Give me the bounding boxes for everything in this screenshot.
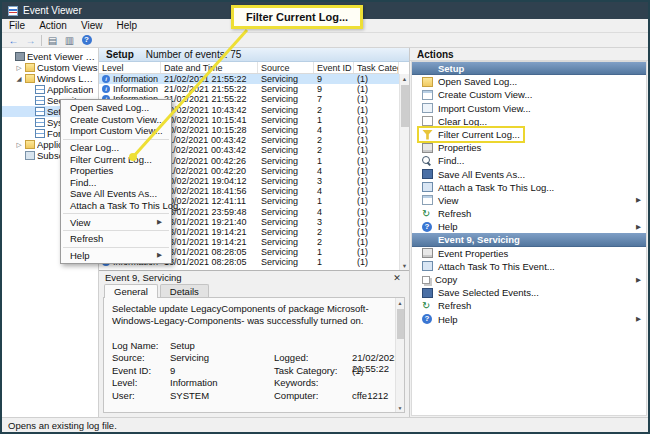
scroll-up-icon[interactable]: ▲ [400,74,409,83]
menu-bar-item[interactable]: View [74,19,110,32]
action-item[interactable]: Attach Task To This Event... ▶ [412,260,646,273]
context-menu-item[interactable]: ▶ [63,230,169,231]
actions-list: Setup ▶ Open Saved Log... ▶ [411,61,647,416]
action-item[interactable]: Refresh ▶ [412,299,646,312]
column-header[interactable]: Level [99,62,161,73]
sep-icon[interactable] [40,34,43,47]
task-icon [422,182,433,192]
datetime-cell: 11/02/2021 00:43:42 [161,145,258,155]
events-scrollbar[interactable]: ▲ ▼ [399,74,409,270]
detail-tab[interactable]: General [104,284,158,298]
callout-label: Filter Current Log... [246,11,348,23]
event-id-cell: 3 [314,217,354,227]
context-menu-item[interactable]: Refresh ▶ [61,233,171,245]
tree-item[interactable]: ▷ Custom Views [2,62,98,73]
context-menu-item[interactable]: ▶ [63,247,169,248]
menu-bar-item[interactable]: Action [32,19,74,32]
action-label: Create Custom View... [438,89,532,100]
field-label: Level: [112,377,170,390]
datetime-cell: 11/02/2021 00:42:26 [161,156,258,166]
datetime-cell: 20/02/2021 10:43:42 [161,105,258,115]
context-menu-item[interactable]: Help ▶ [61,250,171,262]
menu-bar-item[interactable]: File [2,19,32,32]
helpq-icon[interactable] [79,34,94,47]
context-menu-item[interactable]: Filter Current Log... ▶ [61,153,171,165]
action-item[interactable]: Find... ▶ [412,154,646,167]
datetime-cell: 13/01/2021 19:14:21 [161,227,258,237]
action-item[interactable]: Filter Current Log... ▶ [412,128,646,141]
task-category-cell: (1) [354,247,399,257]
action-item[interactable]: Save Selected Events... ▶ [412,286,646,299]
column-header[interactable]: Task Categ... [354,62,399,73]
action-label: Attach Task To This Event... [438,261,555,272]
twisty-icon[interactable]: ▷ [15,141,23,149]
scroll-down-icon[interactable]: ▼ [400,261,409,270]
scrollbar-thumb[interactable] [397,309,404,339]
forward-icon[interactable] [23,34,38,47]
menu-bar-item[interactable]: Help [109,19,144,32]
task-category-cell: (1) [354,257,399,267]
context-menu-item[interactable]: ▶ [63,139,169,140]
context-menu-item[interactable]: Find... ▶ [61,177,171,189]
context-menu-item[interactable]: ▶ [63,213,169,214]
context-menu-item[interactable]: Properties ▶ [61,165,171,177]
context-menu-item[interactable]: Save All Events As... ▶ [61,188,171,200]
datetime-cell: 11/02/2021 00:42:20 [161,166,258,176]
column-header[interactable]: Source [258,62,314,73]
export-icon[interactable] [62,34,77,47]
back-icon[interactable] [6,34,21,47]
detail-tab[interactable]: Details [160,284,209,298]
context-menu-item[interactable]: Import Custom View... ▶ [61,125,171,137]
action-item[interactable]: Event Properties ▶ [412,247,646,260]
column-header[interactable]: Event ID [314,62,354,73]
app-icon [8,6,18,16]
table-row[interactable]: i Information 21/02/2021 21:55:22 Servic… [99,74,399,84]
table-row[interactable]: i Information 21/02/2021 21:55:22 Servic… [99,84,399,94]
view2-icon [422,195,433,205]
console-icon[interactable] [45,34,60,47]
source-cell: Servicing [258,84,314,94]
action-item[interactable]: Help ▶ [412,220,646,233]
column-header[interactable]: Date and Time [161,62,258,73]
props-icon [422,143,433,153]
context-menu-item[interactable]: Open Saved Log... ▶ [61,102,171,114]
context-menu-item[interactable]: Create Custom View... ▶ [61,114,171,126]
twisty-icon[interactable]: ▷ [15,64,23,72]
twisty-icon[interactable]: ◢ [15,75,23,83]
event-id-cell: 4 [314,166,354,176]
tree-item-label: Custom Views [37,62,98,73]
action-item[interactable]: Attach a Task To This Log... ▶ [412,181,646,194]
detail-scrollbar[interactable]: ▲ ▼ [395,298,404,412]
tree-item[interactable]: Event Viewer (Local) [2,51,98,62]
action-item[interactable]: Import Custom View... ▶ [412,102,646,115]
datetime-cell: 13/01/2021 08:28:05 [161,247,258,257]
context-menu-item[interactable]: View ▶ [61,216,171,228]
action-item[interactable]: Help ▶ [412,313,646,326]
action-item[interactable]: Create Custom View... ▶ [412,88,646,101]
toolbar [2,33,648,48]
context-menu-item[interactable]: Attach a Task To This Log... ▶ [61,200,171,212]
event-id-cell: 2 [314,237,354,247]
tree-item[interactable]: Application [2,84,98,95]
action-item[interactable]: Clear Log... ▶ [412,115,646,128]
action-item[interactable]: Refresh ▶ [412,207,646,220]
action-item[interactable]: Open Saved Log... ▶ [412,75,646,88]
action-item[interactable]: View ▶ [412,194,646,207]
menu-item-label: Open Saved Log... [70,102,149,113]
action-item[interactable]: Properties ▶ [412,141,646,154]
tree-item[interactable]: ◢ Windows Logs [2,73,98,84]
close-icon[interactable]: ✕ [391,273,403,283]
action-item[interactable]: Setup ▶ [412,62,646,75]
field-label: Source: [112,352,170,365]
actions-pane: Actions Setup ▶ Open Saved [410,48,648,417]
scrollbar-thumb[interactable] [401,85,409,127]
save-icon [422,288,433,298]
log-icon [35,107,45,116]
task-category-cell: (1) [354,156,399,166]
scroll-down-icon[interactable]: ▼ [396,403,404,412]
scroll-up-icon[interactable]: ▲ [396,298,404,307]
context-menu-item[interactable]: Clear Log... ▶ [61,142,171,154]
action-item[interactable]: Copy ▶ [412,273,646,286]
action-item[interactable]: Save All Events As... ▶ [412,168,646,181]
action-item[interactable]: Event 9, Servicing ▶ [412,233,646,246]
